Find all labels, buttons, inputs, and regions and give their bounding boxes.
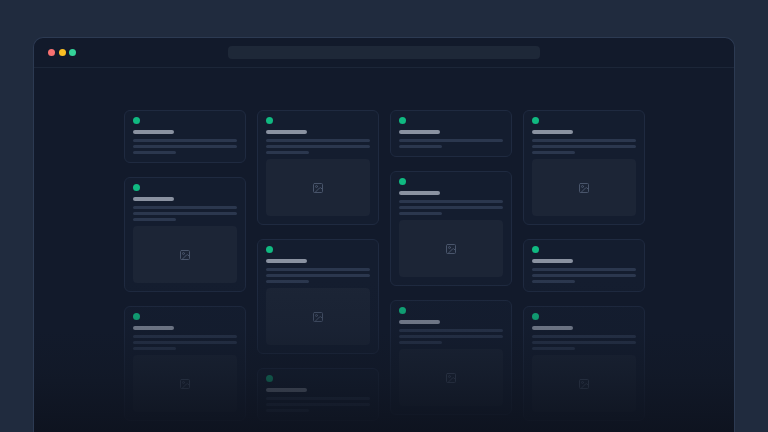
image-post-card[interactable] <box>523 306 645 421</box>
text-line-placeholder <box>532 335 636 339</box>
text-line-placeholder <box>266 268 370 272</box>
image-post-card[interactable] <box>523 110 645 225</box>
text-post-card[interactable] <box>124 110 246 163</box>
text-line-placeholder <box>133 341 237 345</box>
text-line-placeholder <box>532 151 576 155</box>
avatar-status-dot <box>133 184 140 191</box>
image-placeholder <box>266 288 370 345</box>
text-line-placeholder <box>266 409 310 413</box>
text-line-placeholder <box>133 139 237 143</box>
username-placeholder <box>399 130 441 134</box>
text-line-placeholder <box>532 268 636 272</box>
username-placeholder <box>532 259 574 263</box>
username-placeholder <box>266 259 308 263</box>
image-icon <box>179 378 191 390</box>
text-line-placeholder <box>399 206 503 210</box>
username-placeholder <box>133 130 175 134</box>
browser-titlebar <box>34 38 734 68</box>
username-placeholder <box>133 326 175 330</box>
avatar-status-dot <box>266 246 273 253</box>
text-line-placeholder <box>266 280 310 284</box>
text-line-placeholder <box>399 341 443 345</box>
text-line-placeholder <box>399 200 503 204</box>
image-post-card[interactable] <box>124 306 246 421</box>
text-line-placeholder <box>266 403 370 407</box>
image-post-card[interactable] <box>390 171 512 286</box>
avatar-status-dot <box>399 117 406 124</box>
text-line-placeholder <box>532 139 636 143</box>
avatar-status-dot <box>266 117 273 124</box>
text-line-placeholder <box>399 335 503 339</box>
text-post-card[interactable] <box>257 368 379 421</box>
image-post-card[interactable] <box>257 110 379 225</box>
image-placeholder <box>399 220 503 277</box>
username-placeholder <box>266 130 308 134</box>
text-line-placeholder <box>133 218 177 222</box>
card-grid <box>34 68 734 421</box>
avatar-status-dot <box>133 117 140 124</box>
avatar-status-dot <box>532 246 539 253</box>
avatar-status-dot <box>266 375 273 382</box>
avatar-status-dot <box>399 307 406 314</box>
image-placeholder <box>266 159 370 216</box>
browser-window <box>33 37 735 432</box>
text-line-placeholder <box>532 341 636 345</box>
username-placeholder <box>532 326 574 330</box>
feed-content <box>34 68 734 432</box>
text-line-placeholder <box>532 280 576 284</box>
text-line-placeholder <box>399 212 443 216</box>
text-line-placeholder <box>399 145 443 149</box>
username-placeholder <box>399 191 441 195</box>
username-placeholder <box>399 320 441 324</box>
avatar-status-dot <box>133 313 140 320</box>
feed-column-2 <box>257 110 379 421</box>
text-line-placeholder <box>532 145 636 149</box>
text-line-placeholder <box>266 139 370 143</box>
username-placeholder <box>266 388 308 392</box>
text-line-placeholder <box>399 329 503 333</box>
text-line-placeholder <box>133 347 177 351</box>
username-placeholder <box>133 197 175 201</box>
feed-column-1 <box>124 110 246 421</box>
text-line-placeholder <box>133 212 237 216</box>
username-placeholder <box>532 130 574 134</box>
text-line-placeholder <box>532 274 636 278</box>
image-placeholder <box>133 355 237 412</box>
text-line-placeholder <box>133 151 177 155</box>
text-line-placeholder <box>399 139 503 143</box>
image-icon <box>445 243 457 255</box>
address-bar[interactable] <box>228 46 540 59</box>
text-line-placeholder <box>266 145 370 149</box>
image-placeholder <box>532 159 636 216</box>
image-icon <box>445 372 457 384</box>
image-icon <box>578 182 590 194</box>
avatar-status-dot <box>399 178 406 185</box>
desktop-background <box>0 0 768 432</box>
image-post-card[interactable] <box>257 239 379 354</box>
text-post-card[interactable] <box>390 110 512 157</box>
text-line-placeholder <box>133 145 237 149</box>
avatar-status-dot <box>532 117 539 124</box>
feed-column-3 <box>390 110 512 421</box>
text-line-placeholder <box>532 347 576 351</box>
feed-column-4 <box>523 110 645 421</box>
image-icon <box>578 378 590 390</box>
image-post-card[interactable] <box>124 177 246 292</box>
image-placeholder <box>532 355 636 412</box>
traffic-light-close-icon[interactable] <box>48 49 55 56</box>
image-placeholder <box>133 226 237 283</box>
text-line-placeholder <box>266 274 370 278</box>
traffic-light-minimize-icon[interactable] <box>59 49 66 56</box>
image-placeholder <box>399 349 503 406</box>
text-line-placeholder <box>133 335 237 339</box>
image-icon <box>312 311 324 323</box>
traffic-light-zoom-icon[interactable] <box>69 49 76 56</box>
text-line-placeholder <box>133 206 237 210</box>
text-line-placeholder <box>266 151 310 155</box>
text-line-placeholder <box>266 397 370 401</box>
image-icon <box>179 249 191 261</box>
avatar-status-dot <box>532 313 539 320</box>
text-post-card[interactable] <box>523 239 645 292</box>
image-post-card[interactable] <box>390 300 512 415</box>
traffic-lights <box>48 49 76 56</box>
